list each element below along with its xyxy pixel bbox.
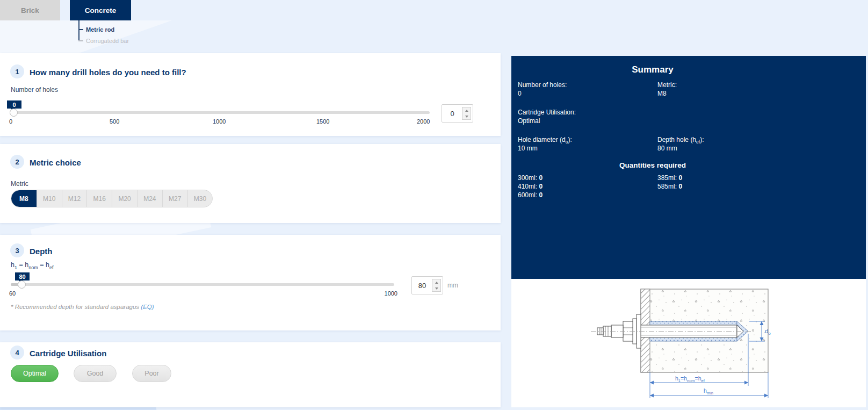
- quantity-item: 300ml: 0: [518, 174, 542, 182]
- tab-concrete[interactable]: Concrete: [70, 0, 131, 20]
- metric-option-m10[interactable]: M10: [37, 190, 62, 207]
- quantity-item: 600ml: 0: [518, 191, 542, 199]
- holes-slider-handle[interactable]: [10, 109, 18, 117]
- summary-label: Number of holes:: [518, 82, 567, 88]
- section-cartridge-utilisation: 4 Cartridge Utilisation Optimal Good Poo…: [0, 342, 501, 407]
- number-spinner: [432, 279, 441, 292]
- slider-tick: 1000: [213, 118, 226, 125]
- anchor-diagram: do h1=hnom=hef hmin: [511, 279, 866, 407]
- tab-tree-line: [78, 40, 83, 41]
- diagram-panel: do h1=hnom=hef hmin: [511, 279, 866, 407]
- metric-button-group: M8 M10 M12 M16 M20 M24 M27 M30: [11, 190, 213, 207]
- utilisation-good-button[interactable]: Good: [74, 365, 117, 382]
- section-number-badge: 1: [10, 64, 24, 78]
- summary-panel: Summary Number of holes: 0 Metric: M8 Ca…: [511, 56, 866, 279]
- utilisation-optimal-button[interactable]: Optimal: [11, 365, 59, 382]
- spinner-down-icon[interactable]: [432, 285, 440, 291]
- utilisation-poor-button[interactable]: Poor: [132, 365, 171, 382]
- metric-option-m24[interactable]: M24: [137, 190, 162, 207]
- section-metric-choice: 2 Metric choice Metric M8 M10 M12 M16 M2…: [0, 144, 501, 223]
- metric-option-m30[interactable]: M30: [187, 190, 213, 207]
- holes-slider-track[interactable]: [11, 111, 430, 114]
- section-depth: 3 Depth h1 = hnom = hef 80 60 1000 80 mm…: [0, 235, 501, 330]
- section-title: Depth: [30, 247, 53, 256]
- subtab-corrugated-bar[interactable]: Corrugatedd bar: [86, 38, 129, 44]
- metric-option-m27[interactable]: M27: [162, 190, 187, 207]
- dimension-label-hmin: hmin: [704, 387, 713, 395]
- summary-value: M8: [657, 90, 667, 97]
- metric-option-m16[interactable]: M16: [86, 190, 112, 207]
- depth-slider-track[interactable]: [11, 283, 394, 286]
- summary-label: Depth hole (hef):: [657, 136, 704, 145]
- summary-title: Summary: [511, 64, 794, 75]
- summary-label: Hole diameter (do):: [518, 136, 572, 145]
- slider-tick: 0: [9, 118, 12, 125]
- subtab-metric-rod[interactable]: Metric rod: [86, 26, 114, 33]
- spinner-down-icon[interactable]: [462, 113, 471, 119]
- summary-value: 80 mm: [657, 145, 677, 152]
- holes-input-value: 0: [442, 105, 462, 122]
- slider-tick: 500: [110, 118, 119, 125]
- quantity-item: 385ml: 0: [657, 174, 682, 182]
- number-spinner: [462, 107, 471, 120]
- depth-number-input[interactable]: 80: [411, 276, 443, 294]
- page: Brick Concrete Metric rod Corrugatedd ba…: [0, 0, 868, 410]
- field-label: Number of holes: [11, 86, 58, 93]
- slider-max-label: 1000: [379, 290, 397, 297]
- section-drill-holes: 1 How many drill holes do you need to fi…: [0, 53, 501, 136]
- depth-input-value: 80: [412, 277, 432, 294]
- summary-label: Metric:: [657, 82, 677, 88]
- section-title: How many drill holes do you need to fill…: [30, 68, 186, 77]
- summary-value: 10 mm: [518, 145, 538, 152]
- depth-slider-handle[interactable]: [18, 280, 26, 289]
- spinner-up-icon[interactable]: [432, 279, 440, 285]
- section-title: Metric choice: [30, 158, 81, 167]
- summary-value: Optimal: [518, 118, 540, 124]
- depth-footnote: * Recommended depth for standard asparag…: [11, 304, 154, 310]
- summary-value: 0: [518, 90, 522, 97]
- dimension-label-h1: h1=hnom=hef: [675, 375, 705, 383]
- summary-label: Cartridge Utilisation:: [518, 109, 576, 116]
- metric-option-m8[interactable]: M8: [11, 190, 37, 207]
- holes-number-input[interactable]: 0: [442, 104, 473, 123]
- tab-brick[interactable]: Brick: [0, 0, 60, 20]
- section-title: Cartridge Utilisation: [30, 349, 106, 358]
- slider-value-bubble: 80: [15, 272, 30, 280]
- slider-tick: 1500: [316, 118, 329, 125]
- eq-link[interactable]: (EQ): [141, 304, 154, 310]
- metric-option-m12[interactable]: M12: [62, 190, 87, 207]
- quantity-item: 410ml: 0: [518, 183, 542, 190]
- background-shape: [0, 20, 172, 54]
- metric-option-m20[interactable]: M20: [112, 190, 137, 207]
- slider-value-bubble: 0: [7, 100, 21, 109]
- slider-tick: 2000: [417, 118, 430, 125]
- depth-formula-label: h1 = hnom = hef: [11, 261, 53, 270]
- section-number-badge: 2: [10, 155, 24, 169]
- tab-tree-line: [78, 20, 79, 41]
- field-label: Metric: [11, 180, 28, 188]
- quantity-item: 585ml: 0: [657, 183, 682, 190]
- section-number-badge: 4: [10, 346, 24, 359]
- section-number-badge: 3: [10, 243, 24, 257]
- quantities-title: Quantities required: [511, 161, 794, 169]
- tab-tree-line: [78, 29, 83, 30]
- spinner-up-icon[interactable]: [462, 107, 471, 113]
- unit-label: mm: [447, 282, 458, 289]
- slider-min-label: 60: [9, 290, 16, 297]
